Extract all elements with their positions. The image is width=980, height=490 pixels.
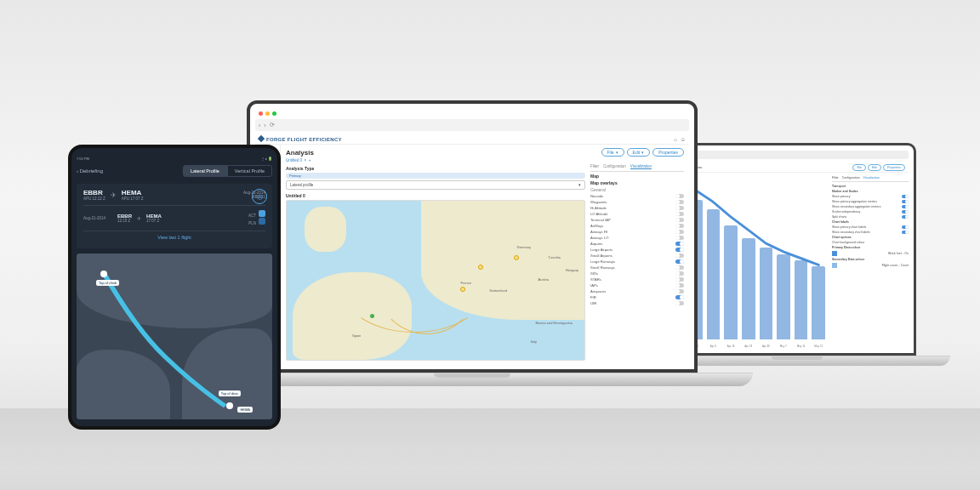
toggle[interactable] xyxy=(902,205,909,208)
toggle[interactable] xyxy=(675,218,684,222)
panel-item[interactable]: Show primary xyxy=(832,195,850,198)
toggle[interactable] xyxy=(902,225,909,229)
overlay-row[interactable]: Airways LO xyxy=(590,235,684,241)
toggle[interactable] xyxy=(902,215,909,219)
toggle[interactable] xyxy=(675,259,684,264)
panel-item[interactable]: Show primary chart labels xyxy=(832,225,866,229)
overlay-row[interactable]: Airports xyxy=(590,241,684,247)
tab-config[interactable]: Configuration xyxy=(842,176,860,179)
bar xyxy=(812,266,825,339)
laptop-right-device: Analysis File Edit Properties Apr 2Apr 9… xyxy=(678,143,916,407)
overlay-row[interactable]: LO Altitude xyxy=(590,211,684,217)
overlay-row[interactable]: Navaids xyxy=(590,193,684,199)
lateral-map[interactable]: Germany France Spain Italy Switzerland A… xyxy=(286,200,585,361)
toggle[interactable] xyxy=(675,271,684,276)
toggle[interactable] xyxy=(675,301,684,305)
tab-vertical[interactable]: Vertical Profile xyxy=(227,165,272,177)
toggle[interactable] xyxy=(675,224,684,228)
breadcrumb-tab[interactable]: Untitled 0 xyxy=(286,158,302,162)
tab-lateral[interactable]: Lateral Profile xyxy=(183,165,227,177)
panel-item[interactable]: Show primary aggregation metrics xyxy=(832,200,877,203)
overlay-row[interactable]: UIR xyxy=(590,300,684,306)
edit-pill[interactable]: Edit xyxy=(868,164,881,171)
user-icon[interactable]: ☺ xyxy=(681,137,686,142)
panel-item[interactable]: Scales independency xyxy=(832,210,860,214)
toggle[interactable] xyxy=(902,195,909,198)
series-flight-count[interactable]: Flight count – Count xyxy=(882,264,909,267)
overlay-row[interactable]: Hi Altitude xyxy=(590,205,684,211)
tab-config[interactable]: Configuration xyxy=(603,164,626,169)
overlay-row[interactable]: Small Runways xyxy=(590,265,684,271)
target-icon[interactable]: ◎ xyxy=(252,189,267,204)
bar xyxy=(760,248,773,339)
edit-pill[interactable]: Edit ▾ xyxy=(627,148,651,157)
series-block-fuel[interactable]: Block fuel – On xyxy=(888,252,909,255)
toggle[interactable] xyxy=(675,283,684,288)
overlay-row[interactable]: SIDs xyxy=(590,271,684,276)
forward-icon[interactable]: › xyxy=(264,122,265,128)
bar xyxy=(742,238,755,339)
toggle[interactable] xyxy=(675,236,684,240)
toggle[interactable] xyxy=(675,230,684,234)
overlay-row[interactable]: AirWays xyxy=(590,223,684,229)
reload-icon[interactable]: ⟳ xyxy=(270,122,275,128)
overlay-row[interactable]: Small Airports xyxy=(590,253,684,259)
country-bosnia: Bosnia and Herzegovina xyxy=(535,321,573,325)
toggle[interactable] xyxy=(675,295,684,299)
overlay-row[interactable]: Airways HI xyxy=(590,229,684,235)
x-tick: Apr 30 xyxy=(760,345,773,348)
toggle[interactable] xyxy=(675,289,684,293)
toolbar: Analysis File Edit Properties xyxy=(686,162,909,173)
label-top-of-desc: Top of desc xyxy=(219,390,241,396)
country-spain: Spain xyxy=(352,333,361,338)
toggle[interactable] xyxy=(675,254,684,258)
toggle[interactable] xyxy=(675,242,684,246)
overlay-row[interactable]: STARs xyxy=(590,276,684,282)
section-secondary-colour: Secondary Data colour xyxy=(832,258,864,261)
properties-pill[interactable]: Properties xyxy=(652,148,684,157)
close-icon[interactable] xyxy=(259,111,263,116)
overlay-row[interactable]: Airspaces xyxy=(590,288,684,294)
file-pill[interactable]: File xyxy=(852,164,866,171)
view-last-flight-link[interactable]: View last 1 flight xyxy=(83,231,265,243)
profile-select[interactable]: Lateral profile▾ xyxy=(286,180,585,190)
route-map[interactable]: Top of climb Top of desc HEMA xyxy=(77,254,272,419)
airport-marker xyxy=(514,255,519,260)
tab-viz[interactable]: Visualization xyxy=(863,176,880,179)
tab-viz[interactable]: Visualization xyxy=(630,164,652,169)
overlay-row[interactable]: FIR xyxy=(590,294,684,300)
overlay-row[interactable]: Large Runways xyxy=(590,259,684,265)
panel-item[interactable]: Show secondary chart labels xyxy=(832,231,870,234)
window-controls xyxy=(255,109,689,117)
laptop-center-screen: ‹ › ⟳ FORGE FLIGHT EFFICIENCY ⌂ ☺ ▣ Dash… xyxy=(247,100,698,373)
primary-chip[interactable]: Primary xyxy=(286,173,585,179)
back-icon[interactable]: ‹ xyxy=(259,122,260,128)
home-icon[interactable]: ⌂ xyxy=(674,137,677,142)
toggle[interactable] xyxy=(675,265,684,270)
overlay-row[interactable]: IAPs xyxy=(590,282,684,288)
overlay-row[interactable]: Waypoints xyxy=(590,199,684,205)
overlay-row[interactable]: Terminal IAP xyxy=(590,217,684,223)
panel-item[interactable]: Split charts xyxy=(832,215,846,219)
toggle[interactable] xyxy=(902,210,909,214)
toggle[interactable] xyxy=(675,248,684,252)
toggle[interactable] xyxy=(675,194,684,198)
toggle[interactable] xyxy=(902,231,909,234)
panel-item[interactable]: Show secondary aggregation metrics xyxy=(832,205,881,208)
back-button[interactable]: ‹ Debriefing xyxy=(77,168,103,174)
address-bar[interactable]: ‹ › ⟳ xyxy=(255,119,689,131)
toggle[interactable] xyxy=(675,206,684,210)
overlay-row[interactable]: Large Airports xyxy=(590,247,684,253)
maximize-icon[interactable] xyxy=(272,111,276,116)
tab-filter[interactable]: Filter xyxy=(590,164,599,169)
properties-pill[interactable]: Properties xyxy=(883,164,905,171)
toggle[interactable] xyxy=(675,200,684,204)
tab-filter[interactable]: Filter xyxy=(832,176,839,179)
minimize-icon[interactable] xyxy=(265,111,270,116)
opt-bg-colour[interactable]: Chart background colour xyxy=(832,241,864,244)
toggle[interactable] xyxy=(675,277,684,282)
toggle[interactable] xyxy=(902,200,909,203)
toggle[interactable] xyxy=(675,212,684,216)
x-tick: Apr 9 xyxy=(707,345,721,348)
file-pill[interactable]: File ▾ xyxy=(601,148,624,157)
